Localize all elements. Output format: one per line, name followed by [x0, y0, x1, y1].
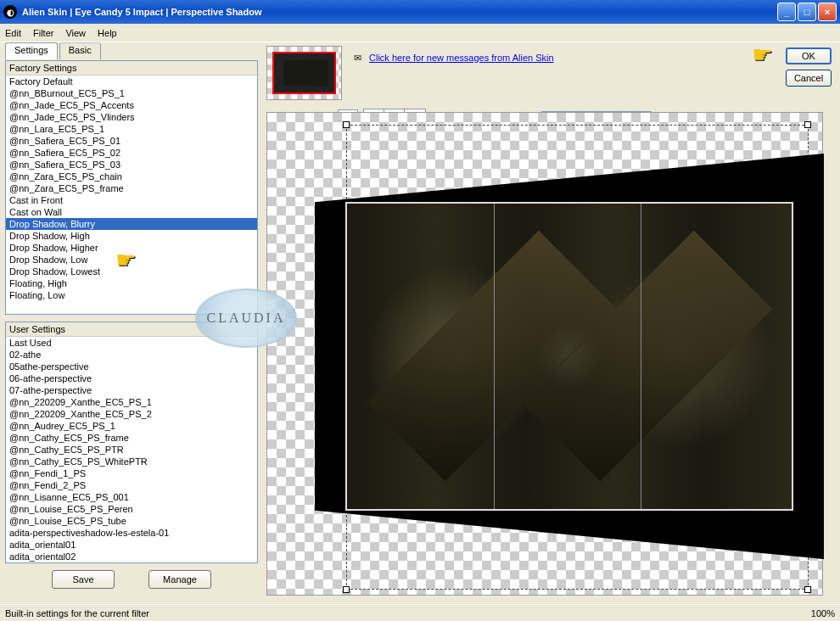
factory-header: Factory Settings: [6, 61, 257, 76]
factory-item[interactable]: @nn_Zara_EC5_PS_chain: [6, 171, 257, 182]
user-item[interactable]: 02-athe: [6, 349, 257, 361]
right-panel: ✉ Click here for new messages from Alien…: [263, 42, 840, 604]
user-item[interactable]: @nn_220209_Xanthe_EC5_PS_1: [6, 396, 257, 408]
user-settings-list: User Settings Last Used02-athe05athe-per…: [5, 322, 258, 563]
factory-item[interactable]: @nn_Jade_EC5_PS_Accents: [6, 99, 257, 111]
menu-help[interactable]: Help: [98, 28, 117, 38]
menu-edit[interactable]: Edit: [5, 28, 21, 38]
handle-ne[interactable]: [804, 121, 811, 128]
factory-settings-list: Factory Settings Factory Default@nn_BBur…: [5, 60, 258, 315]
user-item[interactable]: 05athe-perspective: [6, 361, 257, 372]
user-item[interactable]: @nn_Louise_EC5_PS_tube: [6, 515, 257, 527]
factory-item[interactable]: Cast on Wall: [6, 206, 257, 218]
tab-basic[interactable]: Basic: [59, 42, 101, 59]
factory-item[interactable]: @nn_Lara_EC5_PS_1: [6, 123, 257, 135]
handle-sw[interactable]: [343, 586, 350, 593]
factory-item[interactable]: Cast in Front: [6, 194, 257, 206]
preview-canvas[interactable]: [266, 112, 823, 596]
menu-bar: Edit Filter View Help: [0, 24, 840, 42]
factory-item[interactable]: @nn_Zara_EC5_PS_frame: [6, 182, 257, 194]
pointer-hand-selection-icon: ☛: [115, 246, 137, 274]
user-item[interactable]: 06-athe-perspective: [6, 372, 257, 384]
factory-item[interactable]: Drop Shadow, High: [6, 230, 257, 242]
user-item[interactable]: @nn_220209_Xanthe_EC5_PS_2: [6, 408, 257, 420]
menu-view[interactable]: View: [65, 28, 86, 38]
artwork-inner-border: [345, 202, 793, 510]
handle-se[interactable]: [804, 586, 811, 593]
user-item[interactable]: @nn_Cathy_EC5_PS_PTR: [6, 444, 257, 456]
zoom-level: 100%: [811, 608, 835, 618]
watermark: CLAUDIA: [195, 288, 297, 348]
user-item[interactable]: adita-perspectiveshadow-les-estela-01: [6, 527, 257, 539]
factory-item[interactable]: Factory Default: [6, 76, 257, 87]
maximize-button[interactable]: □: [798, 3, 816, 21]
status-bar: Built-in settings for the current filter…: [0, 604, 840, 621]
window-title: Alien Skin | Eye Candy 5 Impact | Perspe…: [22, 7, 777, 17]
factory-item[interactable]: @nn_Jade_EC5_PS_Vlinders: [6, 111, 257, 123]
factory-list-body[interactable]: Factory Default@nn_BBurnout_EC5_PS_1@nn_…: [6, 76, 257, 314]
factory-item[interactable]: Floating, High: [6, 277, 257, 289]
pointer-hand-icon: [752, 46, 786, 66]
user-item[interactable]: adita_oriental01: [6, 539, 257, 551]
tab-settings[interactable]: Settings: [5, 42, 58, 59]
user-item[interactable]: 07-athe-perspective: [6, 384, 257, 396]
user-item[interactable]: @nn_Fendi_1_PS: [6, 467, 257, 479]
user-item[interactable]: @nn_Fendi_2_PS: [6, 479, 257, 491]
factory-item[interactable]: @nn_BBurnout_EC5_PS_1: [6, 87, 257, 99]
user-item[interactable]: @nn_Cathy_EC5_PS_frame: [6, 432, 257, 444]
user-item[interactable]: adita_oriental02: [6, 551, 257, 562]
cancel-button[interactable]: Cancel: [786, 70, 832, 87]
status-text: Built-in settings for the current filter: [5, 608, 149, 618]
user-item[interactable]: @nn_Lisanne_EC5_PS_001: [6, 491, 257, 503]
close-button[interactable]: ×: [818, 3, 837, 21]
user-list-body[interactable]: Last Used02-athe05athe-perspective06-ath…: [6, 337, 257, 562]
artwork-frame: [315, 154, 824, 559]
user-item[interactable]: @nn_Louise_EC5_PS_Peren: [6, 503, 257, 515]
save-button[interactable]: Save: [52, 570, 115, 589]
minimize-button[interactable]: _: [777, 3, 796, 21]
manage-button[interactable]: Manage: [148, 570, 211, 589]
artwork-image: [347, 204, 792, 508]
factory-item[interactable]: @nn_Safiera_EC5_PS_02: [6, 147, 257, 159]
preview-thumbnail[interactable]: [272, 52, 336, 94]
factory-item[interactable]: Drop Shadow, Blurry: [6, 218, 257, 230]
ok-button[interactable]: OK: [786, 48, 832, 64]
factory-item[interactable]: @nn_Safiera_EC5_PS_01: [6, 135, 257, 147]
preview-thumbnail-wrapper: [266, 46, 342, 100]
title-bar: ◐ Alien Skin | Eye Candy 5 Impact | Pers…: [0, 0, 840, 24]
message-icon: ✉: [349, 49, 366, 66]
handle-nw[interactable]: [343, 121, 350, 128]
menu-filter[interactable]: Filter: [33, 28, 53, 38]
user-item[interactable]: @nn_Audrey_EC5_PS_1: [6, 420, 257, 432]
app-icon: ◐: [3, 5, 17, 19]
user-item[interactable]: @nn_Cathy_EC5_PS_WhitePTR: [6, 456, 257, 467]
message-link[interactable]: Click here for new messages from Alien S…: [369, 53, 554, 63]
factory-item[interactable]: @nn_Safiera_EC5_PS_03: [6, 159, 257, 171]
